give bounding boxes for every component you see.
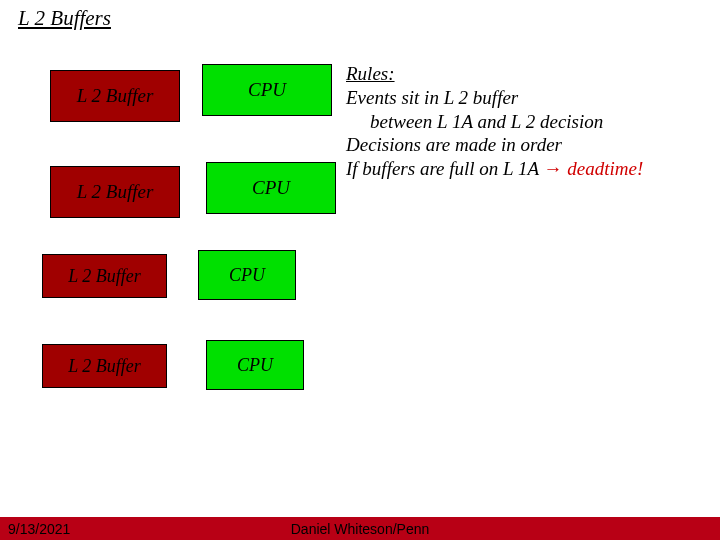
- rules-deadtime: deadtime!: [563, 158, 644, 179]
- rules-line: Decisions are made in order: [346, 134, 562, 155]
- cpu-box: CPU: [206, 340, 304, 390]
- page-title: L 2 Buffers: [18, 6, 111, 31]
- l2-buffer-box: L 2 Buffer: [42, 344, 167, 388]
- rules-line: If buffers are full on L 1A: [346, 158, 544, 179]
- rules-heading: Rules:: [346, 63, 395, 84]
- footer-date: 9/13/2021: [8, 521, 70, 537]
- rules-block: Rules: Events sit in L 2 buffer between …: [346, 62, 643, 181]
- cpu-box: CPU: [202, 64, 332, 116]
- l2-buffer-box: L 2 Buffer: [42, 254, 167, 298]
- l2-buffer-box: L 2 Buffer: [50, 166, 180, 218]
- arrow-icon: →: [544, 158, 563, 179]
- l2-buffer-box: L 2 Buffer: [50, 70, 180, 122]
- cpu-box: CPU: [198, 250, 296, 300]
- footer-credit: Daniel Whiteson/Penn: [291, 521, 430, 537]
- rules-line: Events sit in L 2 buffer: [346, 87, 518, 108]
- rules-line: between L 1A and L 2 decision: [346, 110, 643, 134]
- cpu-box: CPU: [206, 162, 336, 214]
